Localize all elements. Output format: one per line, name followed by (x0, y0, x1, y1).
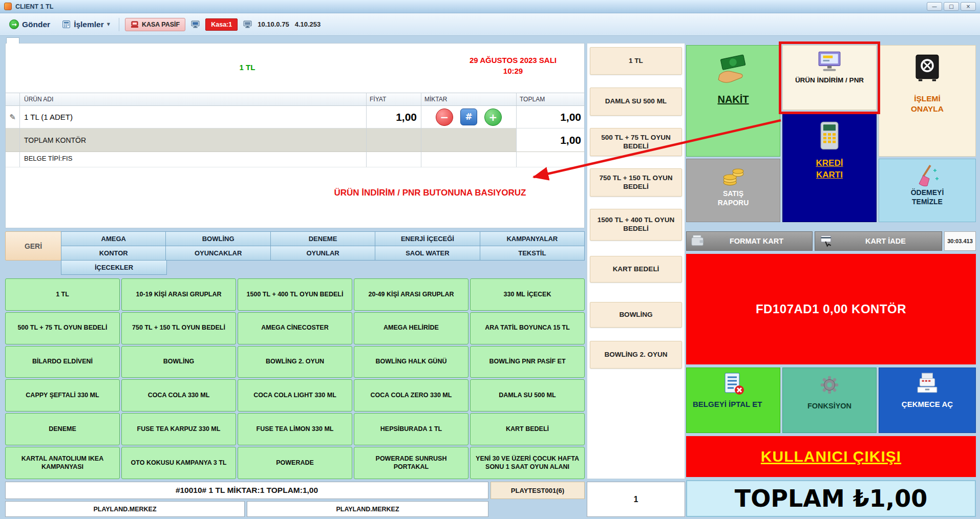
product-button[interactable]: FUSE TEA KARPUZ 330 ML (121, 413, 236, 445)
function-label: FONKSİYON (807, 402, 851, 410)
table-header-row: ÜRÜN ADI FİYAT MİKTAR TOPLAM (6, 93, 584, 106)
increase-quantity-button[interactable]: + (484, 109, 502, 126)
tab-oyuncaklar[interactable]: OYUNCAKLAR (165, 246, 270, 261)
receipt-table: ÜRÜN ADI FİYAT MİKTAR TOPLAM ✎ 1 TL (1 A… (6, 93, 584, 167)
tab-oyunlar[interactable]: OYUNLAR (270, 246, 375, 261)
sales-report-button[interactable]: SATIŞ RAPORU (686, 159, 780, 222)
product-button[interactable]: 1 TL (5, 278, 120, 311)
format-card-button[interactable]: FORMAT KART (686, 231, 813, 251)
kasa-pasif-label: KASA PASİF (142, 21, 180, 28)
maximize-icon[interactable]: □ (944, 2, 959, 11)
title-bar: CLIENT 1 TL — □ × (0, 0, 980, 13)
product-button[interactable]: HEPSİBURADA 1 TL (354, 413, 468, 445)
logout-button[interactable]: KULLANICI ÇIKIŞI (686, 436, 976, 477)
open-drawer-label: ÇEKMECE AÇ (902, 400, 953, 408)
product-button[interactable]: BOWLİNG PNR PASİF ET (470, 346, 585, 378)
card-refund-button[interactable]: KART İADE (815, 231, 942, 251)
product-button[interactable]: 750 TL + 150 TL OYUN BEDELİ (121, 312, 236, 344)
tab-enerji-icecegi[interactable]: ENERJİ İÇECEĞİ (375, 231, 480, 246)
back-button[interactable]: GERİ (5, 231, 61, 261)
product-button[interactable]: 20-49 KİŞİ ARASI GRUPLAR (354, 278, 468, 311)
credit-card-label: KREDİ KARTI (806, 158, 853, 181)
product-grid: 1 TL 10-19 KİŞİ ARASI GRUPLAR 1500 TL + … (5, 278, 585, 479)
kasa-pasif-button[interactable]: KASA PASİF (125, 18, 185, 31)
cancel-document-button[interactable]: BELGEYİ İPTAL ET (686, 367, 780, 433)
category-tab-row-2: KONTOR OYUNCAKLAR OYUNLAR SAOL WATER TEK… (61, 246, 585, 261)
quick-item-button[interactable]: 1500 TL + 400 TL OYUN BEDELİ (590, 209, 682, 241)
product-discount-pnr-button[interactable]: ÜRÜN İNDİRİM / PNR (782, 45, 877, 110)
tab-amega[interactable]: AMEGA (61, 231, 166, 246)
timer-display: 30:03.413 (944, 231, 976, 251)
product-button[interactable]: POWERADE (238, 447, 352, 479)
quick-item-button[interactable]: 750 TL + 150 TL OYUN BEDELİ (590, 168, 682, 197)
doc-type-row: BELGE TİPİ:FIS (6, 152, 584, 167)
product-button[interactable]: AMEGA CİNECOSTER (238, 312, 352, 344)
quick-item-button[interactable]: DAMLA SU 500 ML (590, 88, 682, 116)
confirm-transaction-label: İŞLEMİ ONAYLA (904, 94, 951, 114)
clear-payment-button[interactable]: ÖDEMEYİ TEMİZLE (879, 159, 976, 222)
tab-saol-water[interactable]: SAOL WATER (375, 246, 480, 261)
quick-item-button[interactable]: KART BEDELİ (590, 256, 682, 283)
cash-payment-label: NAKİT (717, 94, 749, 105)
minimize-icon[interactable]: — (927, 2, 942, 11)
product-button[interactable]: ARA TATİL BOYUNCA 15 TL (470, 312, 585, 344)
tab-kampanyalar[interactable]: KAMPANYALAR (480, 231, 585, 246)
tab-tekstil[interactable]: TEKSTİL (480, 246, 585, 261)
quick-item-button[interactable]: 1 TL (590, 47, 682, 75)
tab-kontor[interactable]: KONTOR (61, 246, 166, 261)
gear-icon (818, 373, 841, 397)
store-name-right: PLAYLAND.MERKEZ (247, 501, 488, 517)
tab-bowling[interactable]: BOWLİNG (165, 231, 270, 246)
quick-item-button[interactable]: BOWLİNG (590, 302, 682, 328)
decrease-quantity-button[interactable]: − (436, 109, 453, 126)
product-button[interactable]: BOWLİNG 2. OYUN (238, 346, 352, 378)
wallet-icon (691, 234, 705, 248)
ip-address: 10.10.0.75 (258, 20, 289, 28)
product-button[interactable]: KARTAL ANATOLIUM IKEA KAMPANYASI (5, 447, 120, 479)
session-badge[interactable]: PLAYTEST001(6) (491, 482, 585, 499)
product-button[interactable]: 1500 TL + 400 TL OYUN BEDELİ (238, 278, 352, 311)
product-button[interactable]: FUSE TEA LİMON 330 ML (238, 413, 352, 445)
product-button[interactable]: DENEME (5, 413, 120, 445)
column-header-price: FİYAT (367, 93, 421, 106)
product-button[interactable]: 500 TL + 75 TL OYUN BEDELİ (5, 312, 120, 344)
counter-box: 1 (587, 482, 685, 517)
operations-menu-button[interactable]: İşlemler ▼ (59, 18, 113, 31)
product-button[interactable]: YENİ 30 VE ÜZERİ ÇOCUK HAFTA SONU 1 SAAT… (470, 447, 585, 479)
credit-card-button[interactable]: KREDİ KARTI (782, 112, 877, 222)
tab-deneme[interactable]: DENEME (270, 231, 375, 246)
cash-payment-button[interactable]: NAKİT (686, 45, 780, 157)
cash-register-icon (914, 372, 941, 396)
product-button[interactable]: BİLARDO ELDİVENİ (5, 346, 120, 378)
product-button[interactable]: OTO KOKUSU KAMPANYA 3 TL (121, 447, 236, 479)
send-arrow-icon: → (9, 19, 19, 29)
tab-icecekler[interactable]: İÇECEKLER (61, 260, 167, 275)
kasa-number-badge[interactable]: Kasa:1 (205, 18, 238, 31)
logout-label: KULLANICI ÇIKIŞI (761, 448, 901, 465)
grand-total-display: TOPLAM ₺1,00 (686, 480, 976, 517)
product-button[interactable]: BOWLİNG HALK GÜNÜ (354, 346, 468, 378)
quick-item-button[interactable]: 500 TL + 75 TL OYUN BEDELİ (590, 128, 682, 156)
send-button[interactable]: → Gönder (6, 17, 53, 31)
open-drawer-button[interactable]: ÇEKMECE AÇ (879, 367, 976, 433)
product-button[interactable]: AMEGA HELİRİDE (354, 312, 468, 344)
product-button[interactable]: COCA COLA 330 ML (121, 379, 236, 412)
set-quantity-button[interactable]: # (460, 109, 477, 125)
product-button[interactable]: CAPPY ŞEFTALİ 330 ML (5, 379, 120, 412)
product-button[interactable]: KART BEDELİ (470, 413, 585, 445)
product-button[interactable]: BOWLİNG (121, 346, 236, 378)
product-button[interactable]: COCA COLA ZERO 330 ML (354, 379, 468, 412)
document-tab-stub[interactable] (6, 37, 19, 44)
product-button[interactable]: COCA COLA LIGHT 330 ML (238, 379, 352, 412)
product-button[interactable]: DAMLA SU 500 ML (470, 379, 585, 412)
product-button[interactable]: 10-19 KİŞİ ARASI GRUPLAR (121, 278, 236, 311)
confirm-transaction-button[interactable]: İŞLEMİ ONAYLA (879, 45, 976, 157)
close-icon[interactable]: × (961, 2, 976, 11)
column-header-total: TOPLAM (517, 93, 584, 106)
product-button[interactable]: 330 ML İÇECEK (470, 278, 585, 311)
product-button[interactable]: POWERADE SUNRUSH PORTAKAL (354, 447, 468, 479)
line-item-name: 1 TL (1 ADET) (24, 113, 73, 121)
category-tab-row-1: AMEGA BOWLİNG DENEME ENERJİ İÇECEĞİ KAMP… (61, 231, 585, 246)
function-button[interactable]: FONKSİYON (782, 367, 877, 433)
quick-item-button[interactable]: BOWLİNG 2. OYUN (590, 341, 682, 369)
